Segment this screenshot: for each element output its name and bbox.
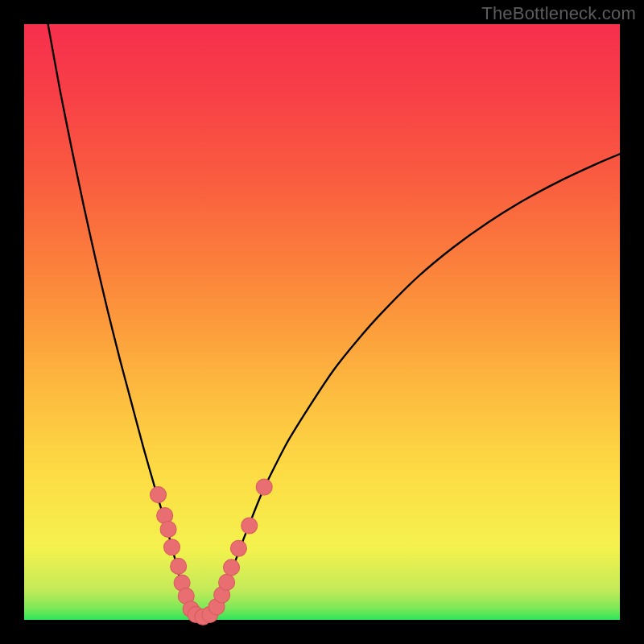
data-point: [171, 558, 187, 574]
chart-svg: [24, 24, 620, 620]
bottleneck-curve: [48, 24, 620, 617]
data-point: [256, 479, 272, 495]
plot-area: [24, 24, 620, 620]
data-point: [224, 559, 240, 576]
data-point: [219, 574, 235, 590]
data-point: [164, 539, 180, 555]
data-point: [230, 540, 246, 556]
data-point: [151, 487, 167, 503]
data-point: [160, 522, 176, 538]
chart-frame: TheBottleneck.com: [0, 0, 644, 644]
data-points-group: [151, 479, 273, 625]
watermark-text: TheBottleneck.com: [481, 3, 636, 24]
data-point: [242, 518, 258, 534]
